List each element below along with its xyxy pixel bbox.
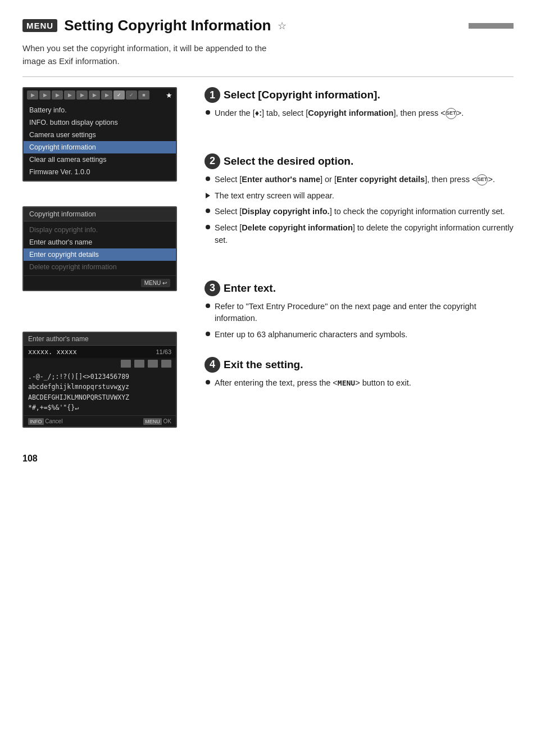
menu-item-info-btn: INFO. button display options bbox=[24, 116, 176, 129]
step-2-title: Select the desired option. bbox=[224, 155, 353, 168]
icon-copy bbox=[134, 360, 144, 368]
step-4-header: 4 Exit the setting. bbox=[205, 357, 514, 373]
char-row-special: *#,+=$%&'"{}↵ bbox=[28, 402, 171, 413]
menu-item-copyright: Copyright information bbox=[24, 141, 176, 153]
tab-icon-8: ✓ bbox=[113, 90, 125, 99]
screen3-header: Enter author's name bbox=[24, 333, 176, 346]
step-4: 4 Exit the setting. After entering the t… bbox=[205, 357, 514, 390]
step-1-header: 1 Select [Copyright information]. bbox=[205, 87, 514, 103]
tab-icon-5: ▶ bbox=[76, 90, 88, 99]
tab-icon-3: ▶ bbox=[52, 90, 63, 99]
main-layout: ▶ ▶ ▶ ▶ ▶ ▶ ▶ ✓ ✓ ■ ★ Battery info. INFO… bbox=[22, 87, 514, 437]
menu-badge: MENU bbox=[22, 19, 57, 32]
step-3-header: 3 Enter text. bbox=[205, 280, 514, 296]
footer-cancel-label: INFO Cancel bbox=[28, 418, 62, 424]
menu-item-camera-settings: Camera user settings bbox=[24, 129, 176, 141]
step-1-number: 1 bbox=[205, 87, 220, 103]
char-row-symbols: .-@-_/;:!?()[]<>0123456789 bbox=[28, 372, 171, 382]
screen3-footer: INFO Cancel MENU OK bbox=[24, 415, 176, 427]
step-3-bullets: Refer to "Text Entry Procedure" on the n… bbox=[206, 301, 514, 341]
tab-icon-1: ▶ bbox=[27, 90, 38, 99]
step-3-bullet-1: Refer to "Text Entry Procedure" on the n… bbox=[206, 301, 514, 325]
step-1-bullets: Under the [♦:] tab, select [Copyright in… bbox=[206, 107, 514, 120]
spacer-2 bbox=[22, 300, 191, 332]
subtitle: When you set the copyright information, … bbox=[22, 42, 514, 67]
text-value: xxxxx. xxxxx bbox=[28, 348, 77, 356]
left-column: ▶ ▶ ▶ ▶ ▶ ▶ ▶ ✓ ✓ ■ ★ Battery info. INFO… bbox=[22, 87, 191, 437]
page-number: 108 bbox=[22, 454, 514, 464]
camera-screen-2: Copyright information Display copyright … bbox=[22, 206, 177, 291]
step-2-bullet-1-text: Select [Enter author's name] or [Enter c… bbox=[215, 174, 495, 186]
tab-icon-4: ▶ bbox=[64, 90, 75, 99]
camera-screen-3: Enter author's name xxxxx. xxxxx 11/63 .… bbox=[22, 332, 177, 428]
char-rows: .-@-_/;:!?()[]<>0123456789 abcdefghijklm… bbox=[24, 369, 176, 415]
title-accent bbox=[469, 23, 514, 29]
bullet-dot-icon-5 bbox=[206, 304, 210, 308]
step-2: 2 Select the desired option. Select [Ent… bbox=[205, 153, 514, 247]
step-1-body: Under the [♦:] tab, select [Copyright in… bbox=[205, 107, 514, 120]
char-row-lower: abcdefghijklmnopqrstuvwxyz bbox=[28, 382, 171, 392]
bullet-dot-icon-4 bbox=[206, 225, 210, 229]
screen2-item-details: Enter copyright details bbox=[24, 248, 176, 261]
arrow-icon-1 bbox=[206, 193, 210, 198]
step-3-number: 3 bbox=[205, 280, 220, 296]
screen2-menu-btn: MENU ↩ bbox=[141, 279, 170, 287]
icon-row bbox=[24, 358, 176, 369]
bullet-dot-icon-3 bbox=[206, 209, 210, 213]
camera-screen-1: ▶ ▶ ▶ ▶ ▶ ▶ ▶ ✓ ✓ ■ ★ Battery info. INFO… bbox=[22, 87, 177, 182]
step-3-bullet-1-text: Refer to "Text Entry Procedure" on the n… bbox=[215, 301, 514, 325]
icon-shift bbox=[161, 360, 171, 368]
step-1-bullet-1: Under the [♦:] tab, select [Copyright in… bbox=[206, 107, 514, 120]
step-4-body: After entering the text, press the <MENU… bbox=[205, 377, 514, 390]
page-header: MENU Setting Copyright Information ☆ bbox=[22, 17, 514, 34]
step-3-title: Enter text. bbox=[224, 282, 276, 295]
step-1-title: Select [Copyright information]. bbox=[224, 89, 380, 101]
step-2-body: Select [Enter author's name] or [Enter c… bbox=[205, 174, 514, 247]
menu-item-battery: Battery info. bbox=[24, 104, 176, 116]
step-2-bullets: Select [Enter author's name] or [Enter c… bbox=[206, 174, 514, 247]
bullet-dot-icon-7 bbox=[206, 380, 210, 384]
star-icon: ☆ bbox=[278, 20, 287, 32]
step-1-bullet-1-text: Under the [♦:] tab, select [Copyright in… bbox=[215, 107, 464, 120]
page-title: Setting Copyright Information bbox=[64, 17, 271, 34]
tab-icon-2: ▶ bbox=[39, 90, 51, 99]
menu-mono-badge: MENU bbox=[338, 379, 355, 387]
step-2-bullet-4-text: Select [Delete copyright information] to… bbox=[215, 222, 514, 247]
screen2-header: Copyright information bbox=[24, 207, 176, 221]
tab-icon-7: ▶ bbox=[101, 90, 112, 99]
step-4-bullets: After entering the text, press the <MENU… bbox=[206, 377, 514, 390]
screen2-item-delete: Delete copyright information bbox=[24, 261, 176, 273]
step-3-bullet-2: Enter up to 63 alphanumeric characters a… bbox=[206, 329, 514, 341]
step-4-bullet-1-text: After entering the text, press the <MENU… bbox=[215, 377, 411, 390]
step-2-header: 2 Select the desired option. bbox=[205, 153, 514, 169]
step-4-number: 4 bbox=[205, 357, 220, 373]
bullet-dot-icon-6 bbox=[206, 332, 210, 336]
tab-icon-10: ■ bbox=[138, 90, 149, 99]
step-2-bullet-3: Select [Display copyright info.] to chec… bbox=[206, 206, 514, 218]
step-3-bullet-2-text: Enter up to 63 alphanumeric characters a… bbox=[215, 329, 407, 341]
step-1: 1 Select [Copyright information]. Under … bbox=[205, 87, 514, 120]
menu-item-firmware: Firmware Ver. 1.0.0 bbox=[24, 166, 176, 178]
step-2-bullet-3-text: Select [Display copyright info.] to chec… bbox=[215, 206, 505, 218]
screen2-item-display: Display copyright info. bbox=[24, 224, 176, 236]
footer-ok-label: MENU OK bbox=[143, 418, 171, 424]
tab-icon-6: ▶ bbox=[89, 90, 100, 99]
bullet-dot-icon bbox=[206, 110, 210, 115]
screen1-menu-list: Battery info. INFO. button display optio… bbox=[24, 102, 176, 180]
screen2-item-author: Enter author's name bbox=[24, 236, 176, 248]
char-counter: 11/63 bbox=[156, 348, 171, 355]
step-2-bullet-4: Select [Delete copyright information] to… bbox=[206, 222, 514, 247]
icon-delete bbox=[148, 360, 158, 368]
step-2-bullet-2: The text entry screen will appear. bbox=[206, 190, 514, 202]
screen1-topbar: ▶ ▶ ▶ ▶ ▶ ▶ ▶ ✓ ✓ ■ ★ bbox=[24, 88, 176, 102]
screen2-footer: MENU ↩ bbox=[24, 275, 176, 290]
bullet-dot-icon-2 bbox=[206, 176, 210, 181]
char-row-upper: ABCDEFGHIJKLMNOPQRSTUVWXYZ bbox=[28, 392, 171, 402]
spacer-1 bbox=[22, 191, 191, 206]
text-field-row: xxxxx. xxxxx 11/63 bbox=[24, 346, 176, 358]
set-badge-2: SET bbox=[476, 174, 488, 185]
tab-icon-9: ✓ bbox=[126, 90, 137, 99]
tab-star: ★ bbox=[166, 91, 172, 99]
menu-item-clear: Clear all camera settings bbox=[24, 153, 176, 166]
step-4-title: Exit the setting. bbox=[224, 359, 303, 371]
